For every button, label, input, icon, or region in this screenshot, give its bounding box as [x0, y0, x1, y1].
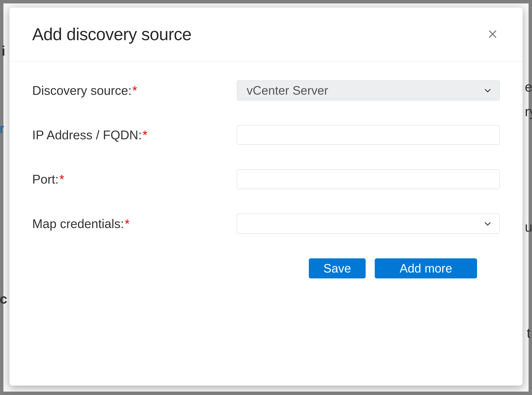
- bg-fragment: c: [0, 291, 7, 307]
- required-indicator: *: [125, 217, 130, 231]
- ip-fqdn-input[interactable]: [237, 125, 500, 145]
- bg-fragment: ry: [525, 104, 532, 119]
- modal-title: Add discovery source: [32, 25, 191, 44]
- label-text: IP Address / FQDN:: [32, 128, 142, 142]
- map-credentials-row: Map credentials:*: [32, 214, 500, 234]
- port-label: Port:*: [32, 172, 237, 187]
- chevron-down-icon: [483, 83, 492, 98]
- add-discovery-source-modal: Add discovery source Discovery source:* …: [10, 8, 522, 385]
- port-row: Port:*: [32, 169, 500, 189]
- bg-fragment: i: [1, 43, 5, 59]
- map-credentials-select[interactable]: [237, 214, 500, 234]
- label-text: Port:: [32, 172, 59, 186]
- required-indicator: *: [142, 128, 147, 142]
- discovery-source-select[interactable]: vCenter Server: [237, 80, 500, 100]
- discovery-source-control: vCenter Server: [237, 80, 500, 100]
- modal-footer: Save Add more: [32, 258, 500, 301]
- required-indicator: *: [59, 172, 64, 186]
- ip-fqdn-label: IP Address / FQDN:*: [32, 128, 237, 142]
- select-value: vCenter Server: [247, 83, 328, 98]
- save-button[interactable]: Save: [309, 258, 366, 278]
- bg-fragment: u: [525, 219, 532, 235]
- map-credentials-label: Map credentials:*: [32, 217, 237, 231]
- bg-fragment: r: [0, 121, 4, 136]
- label-text: Map credentials:: [32, 217, 124, 231]
- discovery-source-row: Discovery source:* vCenter Server: [32, 80, 500, 100]
- required-indicator: *: [132, 83, 137, 98]
- chevron-down-icon: [483, 217, 492, 231]
- bg-fragment: e: [525, 79, 532, 95]
- modal-header: Add discovery source: [10, 8, 522, 61]
- port-control: [237, 169, 500, 189]
- map-credentials-control: [237, 214, 500, 234]
- port-input[interactable]: [237, 169, 500, 189]
- add-more-button[interactable]: Add more: [375, 258, 477, 278]
- discovery-source-label: Discovery source:*: [32, 83, 237, 98]
- close-button[interactable]: [485, 27, 500, 42]
- label-text: Discovery source:: [32, 83, 132, 98]
- close-icon: [487, 29, 498, 40]
- ip-fqdn-control: [237, 125, 500, 145]
- bg-fragment: t: [527, 325, 531, 341]
- modal-body: Discovery source:* vCenter Server IP Add…: [10, 61, 522, 385]
- ip-fqdn-row: IP Address / FQDN:*: [32, 125, 500, 145]
